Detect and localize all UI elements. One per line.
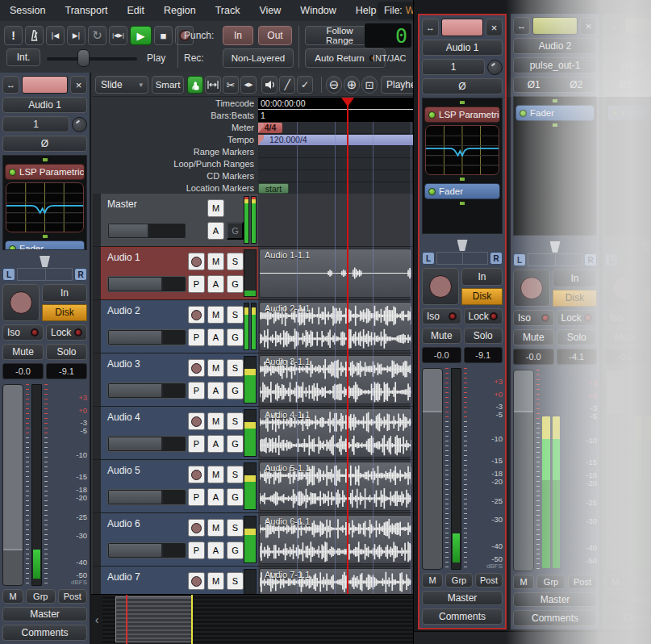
audio-region[interactable]: Audio 4-1.1 — [259, 408, 412, 458]
output-button[interactable]: Master — [2, 607, 87, 621]
automation-button[interactable]: A — [207, 222, 224, 240]
track-lane[interactable] — [258, 194, 413, 246]
output-button[interactable]: Master — [422, 591, 503, 605]
track-name[interactable]: Audio 2 — [107, 305, 140, 316]
fader-active-led[interactable] — [9, 245, 16, 251]
track-header[interactable]: Audio 1 M S P A G — [101, 247, 258, 299]
strip-close-icon[interactable]: × — [580, 17, 597, 35]
monitor-disk-button[interactable]: Disk — [461, 288, 503, 306]
pan-handle[interactable] — [457, 240, 468, 251]
track-lane[interactable]: Audio 3-1.1 — [258, 353, 413, 406]
solo-iso-button[interactable]: Iso — [2, 324, 44, 341]
track-name[interactable]: Audio 6 — [107, 518, 140, 529]
solo-button[interactable]: Solo — [557, 329, 598, 345]
ruler-label-range-markers[interactable]: Range Markers — [93, 146, 258, 158]
ruler-label-location-markers[interactable]: Location Markers — [93, 182, 258, 194]
phase-button[interactable]: Ø — [422, 78, 503, 94]
plugin-entry[interactable]: LSP Parametric E — [5, 164, 85, 180]
range-markers-ruler[interactable] — [258, 146, 413, 158]
solo-button[interactable]: Solo — [46, 344, 87, 360]
track-row-audio-6[interactable]: Audio 6 M S P A G Audio 6-1.1 — [93, 513, 413, 567]
solo-button[interactable]: S — [227, 253, 244, 270]
start-marker[interactable]: start — [258, 183, 289, 194]
pan-left-button[interactable]: L — [2, 268, 15, 281]
mono-button[interactable]: M — [422, 573, 443, 588]
playlist-button[interactable]: P — [188, 275, 205, 293]
play-button[interactable]: ▶ — [130, 26, 152, 45]
peak-display[interactable]: -4.1 — [557, 349, 598, 365]
gain-display[interactable]: -0.0 — [422, 347, 461, 363]
record-arm-button[interactable] — [188, 572, 205, 590]
peak-display[interactable]: -9.1 — [464, 347, 503, 363]
processor-box[interactable]: Fader — [605, 96, 651, 236]
record-arm-button[interactable] — [188, 412, 205, 430]
mute-button[interactable]: M — [207, 306, 224, 324]
metronome-button[interactable] — [25, 26, 44, 45]
plugin-active-led[interactable] — [428, 111, 436, 119]
strip-color-bar[interactable] — [532, 17, 578, 35]
fader-active-led[interactable] — [428, 188, 436, 195]
mute-button[interactable]: M — [207, 199, 224, 217]
strip-width-button[interactable]: ↔ — [2, 76, 19, 94]
monitor-input-button[interactable]: In — [645, 270, 651, 287]
fader-entry[interactable]: Fader — [5, 240, 85, 250]
record-arm-button[interactable] — [188, 359, 205, 377]
mute-button[interactable]: Mute — [605, 329, 646, 345]
timecode-ruler[interactable]: 00:00:00:00 — [258, 98, 413, 110]
record-arm-button[interactable] — [513, 270, 550, 307]
stretch-tool-button[interactable]: ◀▶ — [240, 76, 257, 94]
solo-lock-button[interactable]: Lock — [649, 310, 651, 326]
peak-display[interactable]: -4.1 — [649, 349, 651, 365]
solo-iso-button[interactable]: Iso — [422, 308, 461, 324]
mono-button[interactable]: M — [605, 575, 626, 589]
monitor-input-button[interactable]: In — [553, 270, 597, 287]
solo-button[interactable]: Solo — [464, 328, 503, 344]
strip-width-button[interactable]: ↔ — [605, 17, 622, 35]
go-to-start-button[interactable]: |◀ — [46, 26, 65, 45]
track-row-master[interactable]: Master M A G — [93, 194, 413, 247]
gain-fader[interactable] — [2, 384, 23, 586]
track-header[interactable]: Audio 5 M S P A G — [101, 460, 258, 512]
playlist-button[interactable]: P — [188, 435, 205, 453]
solo-button[interactable]: S — [227, 359, 244, 377]
group-button[interactable]: Grp — [536, 575, 565, 589]
menu-track[interactable]: Track — [215, 5, 240, 16]
strip-name-button[interactable]: Audio 2 — [605, 38, 651, 54]
fader-active-led[interactable] — [611, 110, 619, 117]
punch-out-button[interactable]: Out — [258, 26, 292, 45]
mono-button[interactable]: M — [2, 589, 23, 604]
ruler-label-tempo[interactable]: Tempo — [93, 134, 258, 146]
playlist-button[interactable]: P — [188, 328, 205, 346]
pan-left-button[interactable]: L — [513, 253, 526, 266]
strip-name-button[interactable]: Audio 1 — [2, 97, 87, 113]
automation-button[interactable]: A — [207, 328, 224, 346]
record-arm-button[interactable] — [2, 284, 40, 321]
menu-transport[interactable]: Transport — [65, 5, 107, 16]
group-button[interactable]: G — [227, 328, 244, 346]
audio-region[interactable]: Audio 3-1.1 — [259, 355, 412, 404]
meter-point-button[interactable]: Post — [568, 575, 597, 589]
summary-scroll-left[interactable]: ‹ — [91, 595, 102, 644]
track-gain-slider[interactable] — [107, 276, 186, 292]
zoom-fit-button[interactable]: ⊡ — [361, 76, 378, 94]
cd-markers-ruler[interactable] — [258, 170, 413, 182]
playlist-button[interactable]: P — [188, 542, 205, 559]
ruler-label-meter[interactable]: Meter — [93, 122, 258, 134]
track-header[interactable]: Audio 6 M S P A G — [101, 513, 258, 566]
audio-region[interactable]: Audio 2-1.1 — [259, 302, 412, 351]
track-name[interactable]: Audio 5 — [107, 465, 140, 476]
loop-playback-button[interactable]: ↻ — [88, 26, 106, 45]
group-button[interactable]: G — [227, 542, 244, 559]
input-button[interactable]: 1 — [2, 116, 69, 132]
play-range-button[interactable]: |◀▶| — [109, 26, 127, 45]
track-lane[interactable]: Audio 7-1.1 — [258, 567, 413, 594]
menu-view[interactable]: View — [259, 5, 281, 16]
record-arm-button[interactable] — [188, 466, 205, 483]
comments-button[interactable]: Comments — [605, 610, 651, 626]
mute-button[interactable]: M — [207, 412, 224, 430]
menu-window[interactable]: Window — [300, 5, 336, 16]
loop-punch-ruler[interactable] — [258, 158, 413, 170]
solo-button[interactable]: Solo — [649, 329, 651, 345]
solo-button[interactable]: S — [227, 306, 244, 324]
plugin-entry[interactable]: LSP Parametric E — [424, 107, 500, 123]
